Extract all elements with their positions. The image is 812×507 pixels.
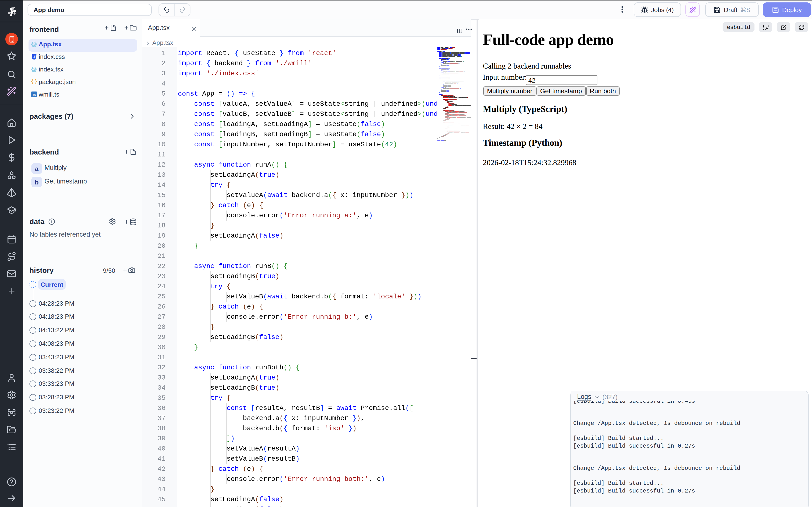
svg-text:TS: TS bbox=[33, 93, 36, 96]
svg-text:3: 3 bbox=[33, 55, 35, 58]
